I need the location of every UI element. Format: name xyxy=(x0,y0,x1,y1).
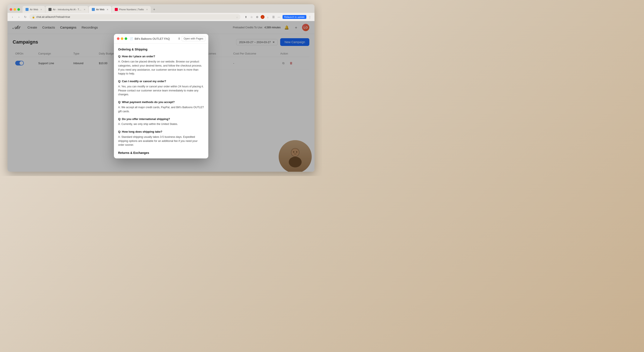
share-icon[interactable]: ⬆ xyxy=(178,37,180,40)
toolbar-icons: ⬆ ☆ ⚙ ○ ↓ ☰ ⋯ Relaunch to update ⋮ xyxy=(244,15,312,19)
reader-icon[interactable]: ☰ xyxy=(271,15,276,19)
tab-4-close[interactable]: ✕ xyxy=(146,8,148,11)
faq-item-2: Q: Can I modify or cancel my order? A: Y… xyxy=(118,79,204,97)
faq-section-returns: Returns & Exchanges Q: What is your retu… xyxy=(118,150,204,158)
forward-button[interactable]: › xyxy=(16,15,21,19)
search-icon: ⌕ xyxy=(236,16,238,18)
faq-item-3: Q: What payment methods do you accept? A… xyxy=(118,100,204,113)
close-traffic-light[interactable] xyxy=(10,8,12,11)
modal-overlay[interactable]: 📄 Bill's Balloons OUTLET FAQ ⬆ Open with… xyxy=(8,21,314,172)
vpn-icon[interactable]: ○ xyxy=(261,15,264,19)
maximize-traffic-light[interactable] xyxy=(18,8,20,11)
tab-1-label: Air Web xyxy=(30,8,38,11)
app-content: 𝒜ir Create Contacts Campaigns Recordings… xyxy=(8,21,314,172)
traffic-lights xyxy=(10,8,20,11)
lock-icon: 🔒 xyxy=(32,16,35,19)
faq-item-1: Q: How do I place an order? A: Orders ca… xyxy=(118,54,204,76)
refresh-button[interactable]: ↻ xyxy=(23,15,28,19)
section-title-returns: Returns & Exchanges xyxy=(118,150,204,155)
faq-section-ordering: Ordering & Shipping Q: How do I place an… xyxy=(118,47,204,147)
faq-item-4: Q: Do you offer international shipping? … xyxy=(118,117,204,126)
tab-1-favicon xyxy=(26,8,28,11)
address-bar[interactable]: 🔒 chat.air.ai/launch?reload=true ⌕ xyxy=(30,14,240,20)
tab-4-favicon xyxy=(115,8,118,11)
faq-q6: Q: What is your return policy? xyxy=(118,158,204,158)
tab-1-close[interactable]: ✕ xyxy=(40,8,42,11)
faq-a4: A: Currently, we only ship within the Un… xyxy=(118,122,204,126)
tab-2-close[interactable]: ✕ xyxy=(84,8,86,11)
share-icon[interactable]: ⬆ xyxy=(244,15,248,19)
url-text: chat.air.ai/launch?reload=true xyxy=(36,16,70,19)
modal-close-btn[interactable] xyxy=(117,37,120,40)
doc-icon: 📄 xyxy=(130,37,133,40)
vpn-icon-inner: ○ xyxy=(262,16,263,18)
browser-tab-4[interactable]: Phone Numbers | Twilio ✕ xyxy=(112,6,151,13)
faq-a5: A: Standard shipping usually takes 3-5 b… xyxy=(118,135,204,147)
faq-q1: Q: How do I place an order? xyxy=(118,54,204,59)
modal-title: Bill's Balloons OUTLET FAQ xyxy=(135,37,176,40)
new-tab-button[interactable]: + xyxy=(151,7,157,13)
minimize-traffic-light[interactable] xyxy=(14,8,16,11)
tab-2-label: Air - Introducing Air.AI - Th... xyxy=(53,8,82,11)
browser-tab-2[interactable]: Air - Introducing Air.AI - Th... ✕ xyxy=(46,6,88,13)
tab-3-favicon xyxy=(92,8,95,11)
tab-2-favicon xyxy=(48,8,52,11)
bookmark-icon[interactable]: ☆ xyxy=(250,15,254,19)
download-icon[interactable]: ↓ xyxy=(266,15,270,19)
modal-expand-btn[interactable] xyxy=(125,37,127,40)
faq-q2: Q: Can I modify or cancel my order? xyxy=(118,79,204,84)
modal-header-icons xyxy=(117,37,127,40)
modal-actions: ⬆ Open with Pages xyxy=(178,36,205,41)
modal-minimize-btn[interactable] xyxy=(121,37,123,40)
browser-tab-3[interactable]: Air Web ✕ xyxy=(89,6,111,13)
menu-icon[interactable]: ⋮ xyxy=(308,15,312,19)
faq-a2: A: Yes, you can modify or cancel your or… xyxy=(118,85,204,97)
faq-item-5: Q: How long does shipping take? A: Stand… xyxy=(118,130,204,147)
extensions-icon[interactable]: ⚙ xyxy=(255,15,259,19)
address-bar-row: ‹ › ↻ 🔒 chat.air.ai/launch?reload=true ⌕… xyxy=(8,13,314,21)
address-bar-icons: ⌕ xyxy=(236,16,238,18)
faq-modal: 📄 Bill's Balloons OUTLET FAQ ⬆ Open with… xyxy=(114,34,208,158)
back-button[interactable]: ‹ xyxy=(10,15,15,19)
faq-a1: A: Orders can be placed directly on our … xyxy=(118,60,204,76)
more-icon[interactable]: ⋯ xyxy=(277,15,281,19)
faq-item-6: Q: What is your return policy? A: We acc… xyxy=(118,158,204,158)
tab-3-close[interactable]: ✕ xyxy=(106,8,108,11)
tab-3-label: Air Web xyxy=(96,8,104,11)
faq-q5: Q: How long does shipping take? xyxy=(118,130,204,134)
faq-a3: A: We accept all major credit cards, Pay… xyxy=(118,105,204,114)
relaunch-button[interactable]: Relaunch to update xyxy=(282,15,306,19)
tab-4-label: Phone Numbers | Twilio xyxy=(119,8,144,11)
faq-q4: Q: Do you offer international shipping? xyxy=(118,117,204,122)
modal-header: 📄 Bill's Balloons OUTLET FAQ ⬆ Open with… xyxy=(114,34,208,44)
section-title-ordering: Ordering & Shipping xyxy=(118,47,204,52)
faq-q3: Q: What payment methods do you accept? xyxy=(118,100,204,105)
open-with-pages-btn[interactable]: Open with Pages xyxy=(182,36,205,41)
tab-bar: Air Web ✕ Air - Introducing Air.AI - Th.… xyxy=(8,4,314,13)
modal-content[interactable]: Ordering & Shipping Q: How do I place an… xyxy=(114,44,208,158)
browser-tab-1[interactable]: Air Web ✕ xyxy=(22,6,45,13)
